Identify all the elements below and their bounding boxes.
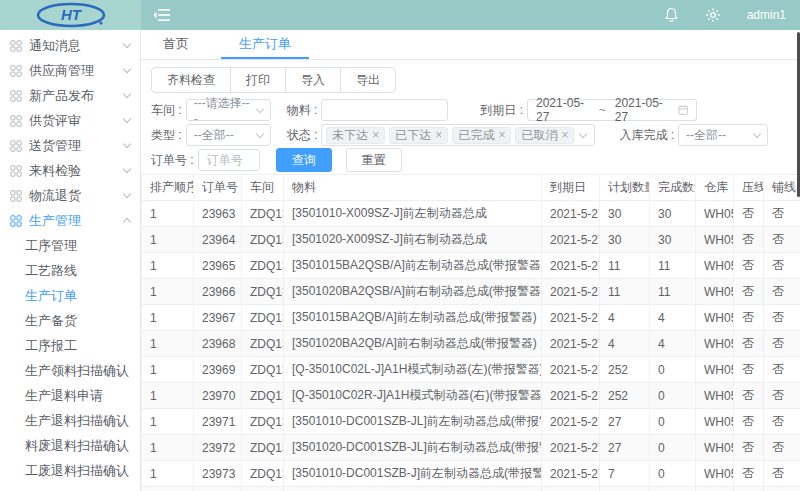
cell: ZDQ13 bbox=[242, 435, 284, 461]
table-row[interactable]: 123970ZDQ13[Q-35010C02R-J]A1H模式制动器(右)(带报… bbox=[142, 383, 800, 409]
reset-button[interactable]: 重置 bbox=[346, 148, 402, 172]
sidebar-subitem-label: 生产订单 bbox=[25, 287, 77, 305]
chevron-icon bbox=[123, 65, 131, 73]
close-icon[interactable]: × bbox=[498, 129, 505, 141]
tab[interactable]: 首页 bbox=[145, 30, 207, 59]
close-icon[interactable]: × bbox=[561, 129, 568, 141]
cell: 否 bbox=[734, 227, 764, 253]
status-tag[interactable]: 未下达 × bbox=[326, 127, 385, 144]
cell: 2021-5-27 bbox=[542, 383, 600, 409]
sidebar-item[interactable]: 新产品发布 bbox=[0, 83, 140, 108]
sidebar-item[interactable]: 生产管理 bbox=[0, 208, 140, 233]
status-multiselect[interactable]: 未下达 × 已下达 × 已完成 × 已取消 × bbox=[321, 124, 595, 146]
toolbar-button[interactable]: 齐料检查 bbox=[151, 67, 231, 93]
type-select[interactable]: --全部-- bbox=[186, 124, 271, 146]
due-date-range[interactable]: 2021-05-27 ~ 2021-05-27 bbox=[527, 99, 697, 121]
column-header: 计划数量 bbox=[600, 175, 650, 201]
sidebar-subitem[interactable]: 工序管理 bbox=[0, 233, 140, 258]
order-no-label: 订单号 : bbox=[151, 152, 194, 169]
sidebar-subitem[interactable]: 工废退料扫描确认 bbox=[0, 458, 140, 483]
bell-icon[interactable] bbox=[664, 7, 679, 23]
close-icon[interactable]: × bbox=[372, 129, 379, 141]
sidebar-subitem[interactable]: 生产备货 bbox=[0, 308, 140, 333]
cell: WH05 bbox=[696, 357, 734, 383]
cell: WH05 bbox=[696, 227, 734, 253]
tab[interactable]: 生产订单 bbox=[221, 30, 309, 59]
status-tag[interactable]: 已下达 × bbox=[389, 127, 448, 144]
status-tag[interactable]: 已取消 × bbox=[515, 127, 574, 144]
order-no-input[interactable] bbox=[198, 149, 260, 171]
table-row[interactable]: 123973ZDQ13[3501010-DC001SZB-J]前左制动器总成(带… bbox=[142, 461, 800, 487]
table-row[interactable]: 123969ZDQ13[Q-35010C02L-J]A1H模式制动器(左)(带报… bbox=[142, 357, 800, 383]
table-row[interactable]: 123966ZDQ13[3501020BA2QSB/A]前右制动器总成(带报警器… bbox=[142, 279, 800, 305]
table-row[interactable]: 123967ZDQ13[3501015BA2QB/A]前左制动器总成(带报警器)… bbox=[142, 305, 800, 331]
workshop-select[interactable]: ---请选择--- bbox=[186, 99, 271, 121]
table-row[interactable]: 123963ZDQ13[3501010-X009SZ-J]前左制动器总成2021… bbox=[142, 201, 800, 227]
chevron-down-icon bbox=[256, 104, 264, 112]
cell: [3501020BA2QB/A]前右制动器总成(带报警器) bbox=[284, 331, 542, 357]
fold-menu-icon bbox=[153, 8, 171, 22]
search-button[interactable]: 查询 bbox=[276, 148, 332, 172]
cell: 1 bbox=[142, 305, 194, 331]
cell: 2021-5-27 bbox=[542, 279, 600, 305]
sidebar-subitem-label: 工艺路线 bbox=[25, 262, 77, 280]
sidebar-subitem[interactable]: 料废退料扫描确认 bbox=[0, 433, 140, 458]
cell: ZDQ13 bbox=[242, 409, 284, 435]
cell: 2021-5-27 bbox=[542, 461, 600, 487]
sidebar-subitem[interactable]: 工序报工 bbox=[0, 333, 140, 358]
cell: 否 bbox=[764, 461, 800, 487]
logo-icon: HT bbox=[35, 2, 107, 28]
cell: WH05 bbox=[696, 461, 734, 487]
cell: 否 bbox=[764, 383, 800, 409]
toolbar-button[interactable]: 导入 bbox=[285, 67, 341, 93]
sidebar-subitem[interactable]: 工艺路线 bbox=[0, 258, 140, 283]
sidebar-item-label: 供货评审 bbox=[29, 112, 124, 130]
cell: 1 bbox=[142, 357, 194, 383]
cell: 4 bbox=[600, 331, 650, 357]
sidebar-item[interactable]: 送货管理 bbox=[0, 133, 140, 158]
cell: 23972 bbox=[194, 435, 242, 461]
due-date-from[interactable]: 2021-05-27 bbox=[536, 96, 590, 124]
cell: 30 bbox=[600, 201, 650, 227]
sidebar-subitem[interactable]: 生产退料申请 bbox=[0, 383, 140, 408]
toolbar-button[interactable]: 导出 bbox=[340, 67, 396, 93]
sidebar-subitem[interactable]: 生产订单 bbox=[0, 283, 140, 308]
table-row[interactable]: 123968ZDQ13[3501020BA2QB/A]前右制动器总成(带报警器)… bbox=[142, 331, 800, 357]
cell: 4 bbox=[650, 305, 696, 331]
close-icon[interactable]: × bbox=[435, 129, 442, 141]
gear-icon[interactable] bbox=[705, 7, 721, 23]
table-row[interactable]: 123972ZDQ13[3501020-DC001SZB-JL]前右制动器总成(… bbox=[142, 435, 800, 461]
status-tag[interactable]: 已完成 × bbox=[452, 127, 511, 144]
sidebar-item[interactable]: 供货评审 bbox=[0, 108, 140, 133]
table-row[interactable]: 123965ZDQ13[3501015BA2QSB/A]前左制动器总成(带报警器… bbox=[142, 253, 800, 279]
column-header: 仓库 bbox=[696, 175, 734, 201]
sidebar-subitem[interactable]: 生产领料扫描确认 bbox=[0, 358, 140, 383]
due-date-to[interactable]: 2021-05-27 bbox=[615, 96, 669, 124]
table-row[interactable]: 123964ZDQ13[3501020-X009SZ-J]前右制动器总成2021… bbox=[142, 227, 800, 253]
cell: WH05 bbox=[696, 201, 734, 227]
sidebar-item[interactable]: 供应商管理 bbox=[0, 58, 140, 83]
grid-icon bbox=[10, 165, 22, 177]
cell: 23966 bbox=[194, 279, 242, 305]
sidebar-subitem[interactable]: 生产退料扫描确认 bbox=[0, 408, 140, 433]
cell: 1 bbox=[142, 487, 194, 491]
cell: 23964 bbox=[194, 227, 242, 253]
table-row[interactable]: 123971ZDQ13[3501010-DC001SZB-JL]前左制动器总成(… bbox=[142, 409, 800, 435]
toolbar-button[interactable]: 打印 bbox=[230, 67, 286, 93]
sidebar-item[interactable]: 通知消息 bbox=[0, 33, 140, 58]
cell: 否 bbox=[764, 201, 800, 227]
toolbar: 齐料检查打印导入导出 bbox=[141, 60, 800, 99]
sidebar-item[interactable]: 来料检验 bbox=[0, 158, 140, 183]
table-row[interactable]: 123974ZDQ13[3501020-DC001SZB-J]前右制动器总成(带… bbox=[142, 487, 800, 491]
chevron-icon bbox=[123, 90, 131, 98]
cell: 否 bbox=[734, 383, 764, 409]
cell: 2021-5-27 bbox=[542, 487, 600, 491]
stock-done-select[interactable]: --全部-- bbox=[678, 124, 768, 146]
material-input[interactable] bbox=[321, 99, 448, 121]
status-label: 状态 : bbox=[287, 127, 318, 144]
fold-menu-button[interactable] bbox=[153, 8, 171, 22]
username[interactable]: admin1 bbox=[747, 8, 786, 22]
sidebar-subitem-label: 生产退料申请 bbox=[25, 387, 103, 405]
sidebar-item[interactable]: 物流退货 bbox=[0, 183, 140, 208]
cell: 否 bbox=[764, 227, 800, 253]
